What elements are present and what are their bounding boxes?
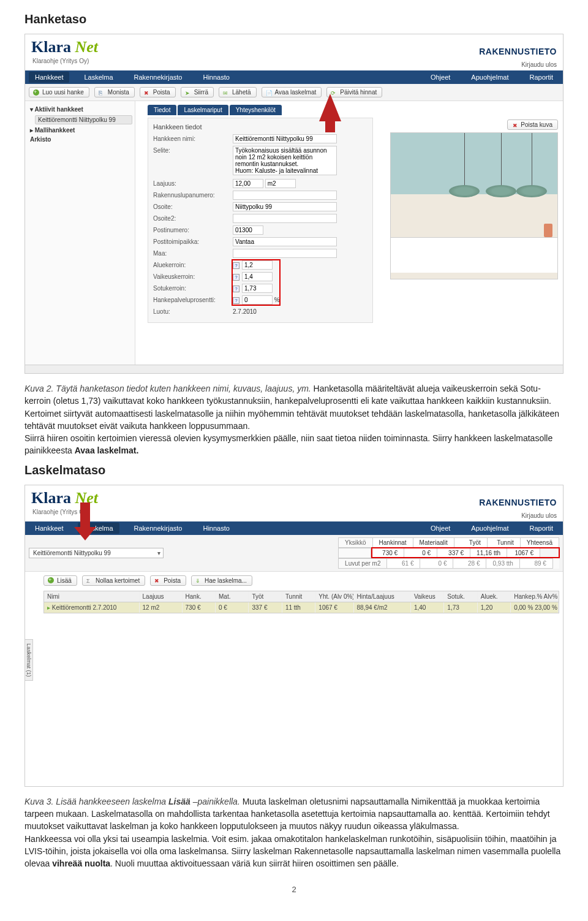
open-icon [266, 89, 272, 96]
move-icon [185, 89, 191, 96]
midtab-rows[interactable]: Laskelmariput [178, 105, 228, 115]
download-icon [195, 577, 202, 583]
callout-arrow-icon [319, 94, 341, 121]
tree-project-item[interactable]: Keittiöremontti Niittypolku 99 [35, 115, 132, 124]
help-icon[interactable]: ? [233, 286, 239, 292]
delete-icon [154, 577, 160, 583]
duplicate-button[interactable]: Monista [94, 87, 135, 97]
nav-apuohjelmat[interactable]: Apuohjelmat [465, 523, 514, 534]
help-icon[interactable]: ? [233, 297, 239, 304]
help-icon[interactable]: ? [233, 262, 239, 269]
scrollbar[interactable] [25, 365, 563, 373]
calc-grid: NimiLaajuusHank.Mat.TyötTunnitYht. (Alv … [43, 591, 559, 613]
logout-link[interactable]: Kirjaudu ulos [521, 509, 557, 519]
postal-input[interactable] [233, 226, 263, 235]
delete-icon [144, 89, 150, 96]
project-dropdown[interactable]: Keittiöremontti Niittypolku 99 [29, 548, 164, 558]
aluekerroin-input[interactable] [242, 260, 273, 270]
created-date: 2.7.2010 [233, 307, 257, 315]
nav-hankkeet[interactable]: Hankkeet [29, 523, 69, 534]
nav-ohjeet[interactable]: Ohjeet [424, 72, 456, 83]
project-tree: ▾ Aktiivit hankkeet Keittiöremontti Niit… [25, 101, 135, 365]
del-calc-button[interactable]: Poista [150, 575, 186, 586]
send-button[interactable]: Lähetä [219, 87, 257, 97]
tree-active-header[interactable]: ▾ Aktiivit hankkeet [28, 105, 132, 114]
logo-klara: Klara Net [31, 38, 98, 56]
add-calc-button[interactable]: Lisää [43, 575, 77, 586]
project-image [390, 132, 558, 279]
nav-rakennekirjasto[interactable]: Rakennekirjasto [128, 72, 189, 83]
form-title: Hankkeen tiedot [153, 123, 368, 131]
move-button[interactable]: Siirrä [181, 87, 214, 97]
midtab-info[interactable]: Tiedot [148, 105, 176, 115]
grid-row[interactable]: ▸ Keittiöremontti 2.7.201012 m2730 €0 €3… [44, 602, 559, 613]
nav-hankkeet[interactable]: Hankkeet [29, 72, 69, 83]
plus-icon [48, 577, 54, 583]
screenshot-hanketaso: Klara Net RAKENNUSTIETO Klaraohje (Yrity… [24, 34, 564, 374]
screenshot-laskelmataso: Klara Net RAKENNUSTIETO Klaraohje (Yrity… [24, 485, 564, 787]
country-input[interactable] [233, 249, 337, 258]
laajuus-input[interactable] [233, 179, 263, 188]
open-calcs-button[interactable]: Avaa laskelmat [262, 87, 322, 97]
summary-values: 730 € 0 € 337 € 11,16 tth 1067 € [338, 548, 559, 558]
sotukerroin-input[interactable] [242, 284, 273, 293]
page-number: 2 [24, 885, 564, 894]
toolbar: Luo uusi hanke Monista Poista Siirrä Läh… [25, 84, 563, 101]
caption-kuva3: Kuva 3. Lisää hankkeeseen laskelma Lisää… [24, 795, 564, 870]
reset-coef-button[interactable]: Nollaa kertoimet [82, 575, 145, 586]
org-name: Klaraohje (Yritys Oy) [32, 58, 89, 68]
tree-templates-header[interactable]: ▸ Mallihankkeet [28, 126, 132, 135]
send-icon [223, 89, 229, 96]
address2-input[interactable] [233, 214, 337, 223]
nav-raportit[interactable]: Raportit [523, 72, 559, 83]
brand-rakennustieto: RAKENNUSTIETO [479, 47, 557, 56]
main-nav: Hankkeet Laskelma Rakennekirjasto Hinnas… [25, 521, 563, 535]
nav-apuohjelmat[interactable]: Apuohjelmat [465, 72, 514, 83]
permit-input[interactable] [233, 191, 337, 200]
callout-arrow-icon [74, 502, 96, 540]
hankepalvelu-input[interactable] [242, 295, 273, 305]
new-project-button[interactable]: Luo uusi hanke [29, 87, 89, 97]
copy-icon [99, 89, 105, 96]
fetch-calc-button[interactable]: Hae laskelma... [191, 575, 252, 586]
nav-laskelma[interactable]: Laskelma [78, 72, 119, 83]
sigma-icon [86, 577, 92, 583]
midtab-contacts[interactable]: Yhteyshenkilöt [230, 105, 282, 115]
help-icon[interactable]: ? [233, 274, 239, 281]
summary-header: Yksikkö Hankinnat Materiaalit Työt Tunni… [338, 537, 559, 548]
grid-header: NimiLaajuusHank.Mat.TyötTunnitYht. (Alv … [44, 591, 559, 602]
vaikeuskerroin-input[interactable] [242, 272, 273, 281]
nav-hinnasto[interactable]: Hinnasto [197, 72, 235, 83]
name-input[interactable] [233, 134, 337, 143]
nav-hinnasto[interactable]: Hinnasto [197, 523, 235, 534]
remove-image-button[interactable]: Poista kuva [507, 119, 558, 130]
caption-kuva2: Kuva 2. Täytä hanketason tiedot kuten ha… [24, 382, 564, 457]
laajuus-unit[interactable] [265, 179, 296, 188]
delete-button[interactable]: Poista [140, 87, 176, 97]
desc-input[interactable]: Työkokonaisuus sisältää asunnon noin 12 … [233, 146, 337, 175]
heading-laskelmataso: Laskelmataso [24, 463, 564, 477]
logout-link[interactable]: Kirjaudu ulos [521, 58, 557, 68]
nav-rakennekirjasto[interactable]: Rakennekirjasto [128, 523, 189, 534]
tree-archive-header[interactable]: Arkisto [28, 135, 132, 144]
nav-ohjeet[interactable]: Ohjeet [424, 523, 456, 534]
main-nav: Hankkeet Laskelma Rakennekirjasto Hinnas… [25, 70, 563, 84]
address-input[interactable] [233, 202, 337, 211]
heading-hanketaso: Hanketaso [24, 12, 564, 26]
plus-icon [33, 89, 39, 96]
delete-icon [511, 122, 518, 128]
summary-perm2: Luvut per m2 61 € 0 € 28 € 0,93 tth 89 € [338, 558, 559, 569]
city-input[interactable] [233, 237, 337, 246]
laskelmat-tab[interactable]: Laskelmat (1) [25, 639, 33, 681]
brand-rakennustieto: RAKENNUSTIETO [479, 498, 557, 507]
nav-raportit[interactable]: Raportit [523, 523, 559, 534]
project-form: Hankkeen tiedot Hankkeen nimi: Selite:Ty… [148, 118, 373, 323]
